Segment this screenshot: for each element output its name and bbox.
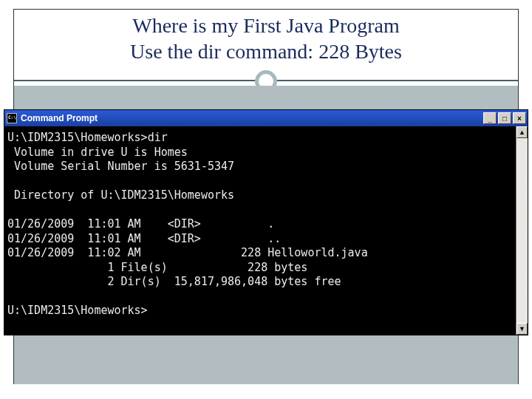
terminal-output[interactable]: U:\IDM2315\Homeworks>dir Volume in drive… <box>4 126 528 335</box>
scroll-down-button[interactable]: ▼ <box>516 323 528 335</box>
window-title-text: Command Prompt <box>21 113 482 123</box>
maximize-button[interactable]: □ <box>498 112 511 124</box>
title-line-1: Where is my First Java Program <box>14 13 518 38</box>
scroll-track[interactable] <box>516 138 528 323</box>
title-line-2: Use the dir command: 228 Bytes <box>14 38 518 64</box>
slide-title: Where is my First Java Program Use the d… <box>14 10 518 70</box>
command-prompt-window: Command Prompt _ □ × U:\IDM2315\Homework… <box>4 109 528 335</box>
window-titlebar[interactable]: Command Prompt _ □ × <box>4 110 528 126</box>
cmd-icon <box>7 113 17 123</box>
scroll-up-button[interactable]: ▲ <box>516 126 528 138</box>
vertical-scrollbar[interactable]: ▲ ▼ <box>516 126 528 335</box>
close-button[interactable]: × <box>513 112 526 124</box>
minimize-button[interactable]: _ <box>483 112 497 124</box>
